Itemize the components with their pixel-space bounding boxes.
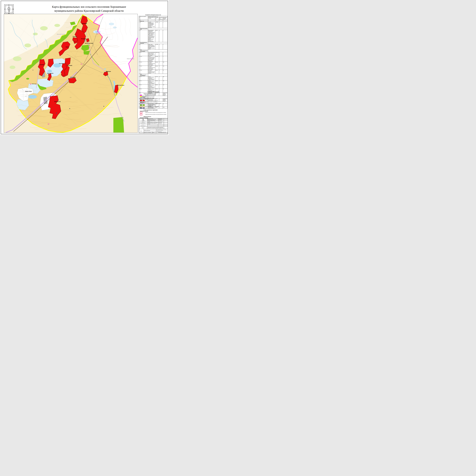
- place-label: Красный Городок: [57, 34, 65, 35]
- svg-text:Ю: Ю: [8, 13, 10, 14]
- legend-protected-title: Особо охраняемые территории: [144, 109, 168, 110]
- signature-row: Директор институтаЧекмарев В.О.: [147, 119, 168, 119]
- signature-row: Главный специалист отдела ИСОГДАнаньев А…: [147, 122, 168, 123]
- zone-code-label: П1-3: [43, 75, 44, 76]
- legend-item-boundary: Граница муниципального района: [140, 95, 168, 96]
- compass-rose: С Ю З В: [4, 4, 14, 14]
- legend-item-zone: Зона инженерной и транспортной инфрастру…: [140, 103, 168, 104]
- place-label: Мартышенка: [47, 73, 53, 74]
- page-title-line1: Карта функциональных зон сельского посел…: [41, 5, 137, 9]
- signature-row: Зам.директора по архитектуреЧеремисин Г.…: [147, 119, 168, 120]
- legend-column-tags: Существующие Планируемые: [140, 99, 168, 100]
- heritage-site-icon: [89, 47, 90, 48]
- place-label: Новая Орловка: [127, 58, 134, 59]
- zone-code-label: Р: [22, 89, 23, 90]
- scale-label: М 1:25000 (ДСП) Лист № 2а: [156, 132, 168, 133]
- map-label-layer: ЛебяжинкаПотаповкаИльинкаМалая Тростянка…: [4, 14, 137, 133]
- compass-icon: С Ю З В: [4, 4, 14, 14]
- zone-code-label: Сх1: [42, 70, 43, 70]
- customer-cell: Заказчик: Администрация муниципального р…: [144, 129, 156, 132]
- place-label: Маршанка: [106, 71, 111, 72]
- legend-item-zone: Зона градостроительного использования: [140, 100, 168, 101]
- signature-row: [147, 126, 168, 127]
- place-label: Кривое Озеро: [25, 91, 32, 92]
- table-row: 8Сх2-5Зона, занятая объектами сельскохоз…: [139, 70, 168, 74]
- zone-code-label: Сх2-0: [70, 97, 71, 98]
- legend-item-zone: Зона сельскохозяйственного использования: [140, 106, 168, 107]
- place-label: Конезавод: [70, 77, 75, 78]
- map-canvas[interactable]: ЛебяжинкаПотаповкаИльинкаМалая Тростянка…: [4, 14, 138, 133]
- company-info-line: САМАРСКОЙ ОБЛАСТИ ИНСТИТУТ: [139, 123, 147, 123]
- signature-row: [147, 125, 168, 126]
- legend-other-title: Прочие объекты: [144, 116, 168, 117]
- col-header-area: Площадь (га): [155, 17, 159, 20]
- table-section-row: Зона сельскохозяйственного использования: [139, 50, 168, 52]
- zone-code-label: Сх2-4: [25, 96, 27, 97]
- year-cell: 2012 г.: [139, 129, 144, 133]
- object-text: Генеральный план сельского поселения Хор…: [147, 127, 168, 129]
- col-header-purpose: Назначение зоны, тип застройки: [148, 17, 155, 20]
- svg-text:В: В: [13, 8, 14, 10]
- place-label: Сухолинка: [67, 65, 72, 66]
- table-row: 4Сх1Сельскохозяйственные угодья (в том ч…: [139, 52, 168, 56]
- zone-code-label: П1-4: [83, 39, 84, 40]
- heritage-site-icon: [30, 84, 32, 85]
- col-header-kind: Вид зоны (подзоны): [140, 16, 148, 20]
- signature-row: Главный специалист отдела ГП и застройки…: [147, 121, 168, 122]
- heritage-site-icon: [48, 124, 49, 125]
- title-block: ПРАВИТЕЛЬСТВО САМАРСКОЙ ОБЛАСТИГОСУДАРСТ…: [139, 118, 168, 133]
- place-label: Лебяжинка: [82, 23, 87, 24]
- legend-item-heritage: Территория объектов культурного наследия…: [140, 114, 168, 115]
- zone-code-label: П1-4: [42, 72, 44, 73]
- legend-item-boundary: Граница сельского поселения: [140, 96, 168, 97]
- place-label: Грачевка: [40, 64, 44, 65]
- place-label: Ильинка: [73, 36, 77, 37]
- zone-code-label: П1-3: [45, 100, 46, 101]
- table-row: 5Сх2-0Объекты сельскохозяйственного назн…: [139, 56, 168, 62]
- company-info-line: Р/сч. № 40602810854390100055: [139, 126, 147, 127]
- zone-code-label: ИТ: [51, 99, 52, 99]
- table-row: 3РСкверы, парки, бульвары, объекты отдых…: [139, 44, 168, 50]
- company-logo-icon: [142, 119, 144, 121]
- place-label: Потаповка: [81, 38, 86, 39]
- company-info-line: ГОСУДАРСТВЕННОЕ УНИТАРНОЕ ПРЕДПРИЯТИЕ: [139, 122, 147, 123]
- legend-item-heritage: Территория объектов культурного наследия…: [140, 112, 168, 114]
- table-section-row: Зона производственного использования: [139, 74, 168, 76]
- heritage-site-icon: [97, 33, 99, 34]
- table-row: 10П1-3Подзона производственных и коммуна…: [139, 80, 168, 85]
- legend-territorial-title: Территориальные границы: [144, 93, 168, 94]
- signature-rows: Директор институтаЧекмарев В.О.Зам.дирек…: [147, 119, 168, 127]
- col-header-floors: Максималь ная этажность: [159, 17, 163, 20]
- place-label: Кривое Озеро I: [32, 84, 36, 84]
- legend-col-planned: Планируемые: [144, 99, 148, 100]
- inventory-cell: Инв.№: [152, 132, 156, 133]
- legend-col-existing: Существующие: [140, 99, 144, 100]
- table-row: 1ЖЗастройка индивидуальными, блокированн…: [139, 22, 168, 28]
- svg-text:З: З: [4, 8, 5, 10]
- signature-row: [147, 124, 168, 125]
- table-row: 6Сх2-3Зона, занятая объектами сельскохоз…: [139, 62, 168, 66]
- place-label: Малая Тростянка: [85, 43, 93, 44]
- table-number-row: 123456: [139, 20, 168, 21]
- table-section-row: Зона рекреационного назначения: [139, 42, 168, 44]
- page-title: Карта функциональных зон сельского посел…: [41, 5, 137, 13]
- table-row: 2ООбъекты делового, общественного и комм…: [139, 30, 168, 42]
- company-info-line: 443100, г.Самара, ул.Галактионовская, 13…: [139, 124, 147, 125]
- map-sheet: С Ю З В Карта функциональных зон сельско…: [0, 0, 169, 135]
- svg-text:С: С: [9, 4, 9, 6]
- page-title-line2: муниципального района Красноярский Самар…: [41, 9, 137, 13]
- place-label: Лужки: [66, 47, 69, 48]
- company-info-line: ПРАВИТЕЛЬСТВО САМАРСКОЙ ОБЛАСТИ: [139, 121, 147, 122]
- object-label: Объект:: [139, 127, 147, 129]
- heritage-site-icon: [81, 64, 82, 65]
- legend-item-zone: Зона рекреационного назначения: [140, 104, 168, 106]
- col-header-num: № № п/п: [139, 16, 140, 20]
- legend-column-tags-2: Существующие Планируемые: [140, 111, 168, 112]
- sheet-map-name: Карта функциональных зон сельского посел…: [156, 129, 168, 132]
- order-cell: Заказ № 1 от 07.09.2012 г.: [144, 132, 152, 133]
- legend-item-zone: Зона специального назначения: [140, 107, 168, 109]
- table-row: 7Сх2-4Зона, занятая объектами сельскохоз…: [139, 66, 168, 70]
- zone-code-label: П2: [48, 104, 49, 105]
- signature-row: Руководитель группы отдела ГП и застройк…: [147, 123, 168, 124]
- place-label: Хорошенькое: [54, 101, 61, 102]
